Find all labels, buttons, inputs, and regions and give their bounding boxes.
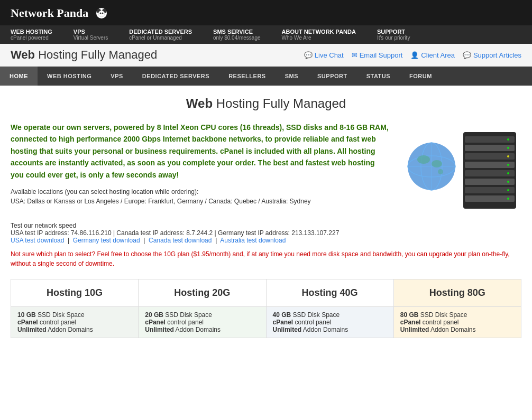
svg-point-13 (438, 169, 443, 174)
client-area-link[interactable]: 👤 Client Area (410, 51, 455, 59)
plan-40g-header: Hosting 40G (266, 279, 393, 307)
mainnav-sms[interactable]: SMS (276, 67, 308, 86)
content-title: Web Hosting Fully Managed (11, 96, 521, 111)
page-title: Web Hosting Fully Managed (11, 48, 157, 62)
network-info-section: Test our network speed USA test IP addre… (11, 222, 521, 244)
svg-point-5 (102, 13, 104, 14)
svg-rect-16 (465, 145, 515, 151)
mainnav-forum[interactable]: FORUM (400, 67, 442, 86)
server-image-area (400, 122, 521, 211)
germany-download-link[interactable]: Germany test download (73, 237, 140, 244)
locations-text: USA: Dallas or Kansas or Los Angeles / E… (11, 197, 389, 206)
svg-rect-19 (465, 170, 515, 176)
email-support-link[interactable]: ✉ Email Support (352, 51, 403, 59)
svg-rect-22 (465, 195, 515, 202)
top-header: Network Panda (0, 0, 532, 25)
ip-info: USA test IP address: 74.86.116.210 | Can… (11, 229, 521, 237)
svg-point-26 (507, 164, 509, 166)
plan-10g-disk: 10 GB SSD Disk Space cPanel control pane… (11, 307, 139, 338)
plan-80g-disk: 80 GB SSD Disk Space cPanel control pane… (393, 307, 521, 338)
email-icon: ✉ (352, 51, 357, 59)
locations-label: Available locations (you can select host… (11, 187, 389, 197)
usa-download-link[interactable]: USA test download (11, 237, 64, 244)
highlight-paragraph: We operate our own servers, powered by 8… (11, 122, 389, 181)
svg-rect-17 (465, 153, 515, 160)
mainnav-support[interactable]: SUPPORT (308, 67, 357, 86)
main-content: Web Hosting Fully Managed We operate our… (0, 86, 532, 349)
svg-rect-15 (465, 136, 515, 143)
canada-download-link[interactable]: Canada test download (149, 237, 212, 244)
svg-point-23 (507, 138, 509, 141)
mainnav-status[interactable]: STATUS (357, 67, 400, 86)
plan-20g-disk: 20 GB SSD Disk Space cPanel control pane… (139, 307, 266, 338)
svg-point-11 (417, 155, 430, 164)
mainnav-resellers[interactable]: RESELLERS (219, 67, 276, 86)
svg-point-29 (507, 189, 509, 191)
svg-rect-18 (465, 162, 515, 168)
support-bar: Web Hosting Fully Managed 💬 Live Chat ✉ … (0, 44, 532, 67)
panda-icon (94, 5, 109, 21)
mainnav-web-hosting[interactable]: WEB HOSTING (38, 67, 101, 86)
svg-point-27 (507, 172, 509, 174)
svg-point-12 (432, 160, 442, 167)
svg-point-28 (507, 181, 509, 183)
support-links: 💬 Live Chat ✉ Email Support 👤 Client Are… (304, 51, 521, 59)
user-icon: 👤 (410, 51, 419, 59)
email-support-label: Email Support (360, 51, 403, 59)
mainnav-vps[interactable]: VPS (101, 67, 133, 86)
svg-rect-20 (465, 179, 515, 185)
client-area-label: Client Area (421, 51, 455, 59)
content-body: We operate our own servers, powered by 8… (11, 122, 521, 211)
network-speed-label: Test our network speed (11, 222, 521, 229)
topnav-vps[interactable]: VPS Virtual Servers (74, 29, 108, 41)
topnav-dedicated[interactable]: DEDICATED SERVERS cPanel or Unmanaged (129, 29, 192, 41)
topnav-sms[interactable]: SMS SERVICE only $0.04/message (213, 29, 261, 41)
topnav-support[interactable]: SUPPORT It's our priority (377, 29, 410, 41)
articles-icon: 💬 (463, 51, 471, 59)
svg-point-3 (98, 11, 105, 17)
logo-area: Network Panda (11, 5, 109, 21)
svg-rect-21 (465, 187, 515, 193)
plan-80g-header: Hosting 80G (393, 279, 521, 307)
live-chat-link[interactable]: 💬 Live Chat (304, 51, 344, 59)
main-nav: HOME WEB HOSTING VPS DEDICATED SERVERS R… (0, 67, 532, 86)
content-text: We operate our own servers, powered by 8… (11, 122, 389, 211)
svg-point-30 (507, 198, 509, 200)
svg-point-24 (507, 147, 509, 149)
logo-text: Network Panda (11, 6, 88, 20)
nav-bar: WEB HOSTING cPanel powered VPS Virtual S… (0, 25, 532, 44)
australia-download-link[interactable]: Australia test download (220, 237, 286, 244)
plan-40g-disk: 40 GB SSD Disk Space cPanel control pane… (266, 307, 393, 338)
topnav-web-hosting[interactable]: WEB HOSTING cPanel powered (11, 29, 52, 41)
notice-text: Not sure which plan to select? Feel free… (11, 249, 521, 268)
page-title-area: Web Hosting Fully Managed (11, 48, 157, 62)
svg-point-4 (100, 13, 102, 14)
live-chat-label: Live Chat (315, 51, 344, 59)
mainnav-home[interactable]: HOME (0, 67, 38, 86)
topnav-about[interactable]: ABOUT NETWORK PANDA Who We Are (282, 29, 356, 41)
support-articles-link[interactable]: 💬 Support Articles (463, 51, 521, 59)
svg-point-25 (507, 155, 509, 157)
plan-20g-header: Hosting 20G (139, 279, 266, 307)
server-rack-image (402, 122, 519, 211)
support-articles-label: Support Articles (473, 51, 521, 59)
pricing-table: Hosting 10G Hosting 20G Hosting 40G Host… (11, 279, 521, 338)
download-links: USA test download | Germany test downloa… (11, 237, 521, 244)
mainnav-dedicated[interactable]: DEDICATED SERVERS (133, 67, 219, 86)
chat-icon: 💬 (304, 51, 313, 59)
plan-10g-header: Hosting 10G (11, 279, 139, 307)
